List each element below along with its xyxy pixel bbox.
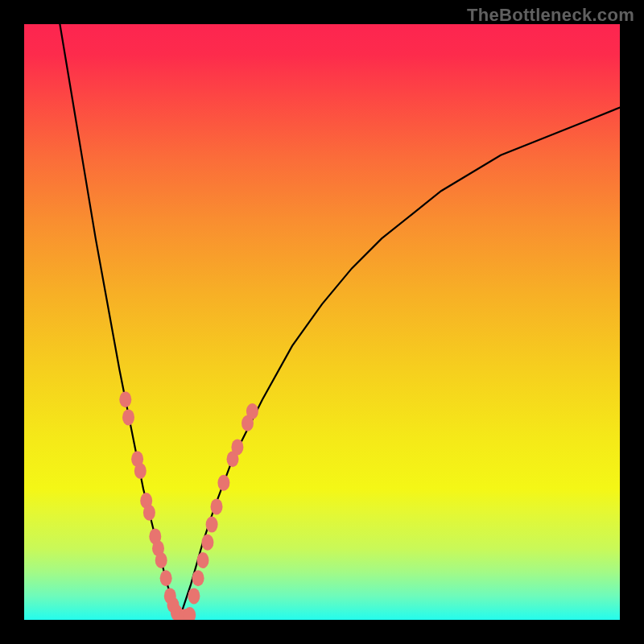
watermark-text: TheBottleneck.com <box>467 5 634 26</box>
chart-frame: TheBottleneck.com <box>0 0 644 644</box>
data-dot <box>246 403 258 419</box>
scatter-dots <box>119 391 258 620</box>
data-dot <box>143 505 155 521</box>
data-dot <box>134 463 147 479</box>
data-dot <box>231 439 243 455</box>
data-dot <box>217 475 229 491</box>
data-dot <box>192 570 204 586</box>
data-dot <box>155 552 167 568</box>
data-dot <box>211 498 223 514</box>
data-dot <box>160 570 172 586</box>
data-dot <box>206 517 218 533</box>
data-dot <box>122 409 134 425</box>
data-dot <box>197 552 209 568</box>
right-branch-curve <box>179 108 620 620</box>
data-dot <box>188 588 200 604</box>
left-branch-curve <box>60 24 179 620</box>
plot-area <box>24 24 620 620</box>
data-dot <box>119 391 131 407</box>
chart-svg <box>24 24 620 620</box>
data-dot <box>201 535 213 551</box>
